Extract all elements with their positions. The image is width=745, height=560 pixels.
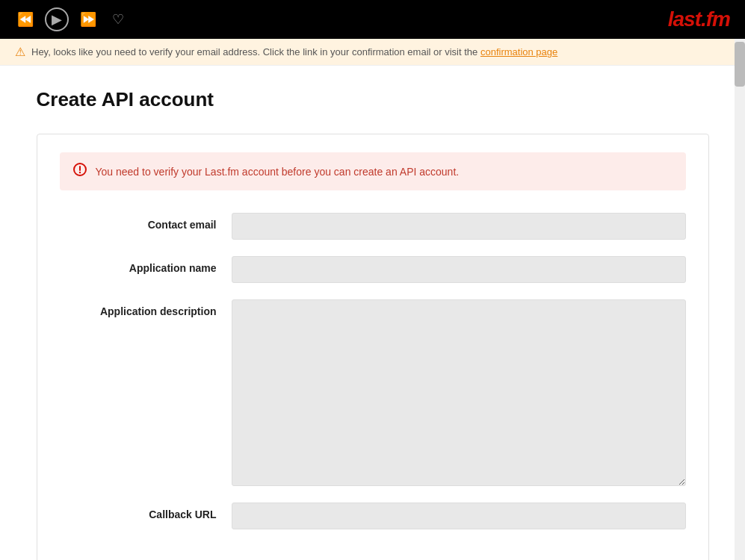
error-banner: You need to verify your Last.fm account …: [60, 152, 686, 190]
notification-bar: ⚠ Hey, looks like you need to verify you…: [0, 39, 745, 66]
application-description-label: Application description: [60, 299, 232, 317]
contact-email-input[interactable]: [232, 213, 686, 240]
callback-url-label: Callback URL: [60, 503, 232, 520]
play-button[interactable]: ▶: [45, 7, 69, 31]
contact-email-label: Contact email: [60, 213, 232, 231]
play-icon: ▶: [52, 11, 62, 28]
notification-text: Hey, looks like you need to verify your …: [31, 46, 557, 57]
error-message: You need to verify your Last.fm account …: [96, 166, 460, 178]
scrollbar[interactable]: [735, 39, 745, 560]
heart-button[interactable]: ♡: [108, 9, 129, 30]
rewind-button[interactable]: ⏪: [15, 9, 36, 30]
heart-icon: ♡: [112, 11, 124, 28]
scrollbar-thumb[interactable]: [735, 42, 745, 87]
application-name-input[interactable]: [232, 256, 686, 283]
contact-email-row: Contact email: [60, 213, 686, 240]
site-logo: last.fm: [668, 7, 730, 31]
rewind-icon: ⏪: [17, 11, 34, 28]
form-card: You need to verify your Last.fm account …: [37, 134, 709, 560]
confirmation-link[interactable]: confirmation page: [480, 46, 557, 57]
warning-icon: ⚠: [15, 45, 25, 59]
application-name-row: Application name: [60, 256, 686, 283]
media-controls: ⏪ ▶ ⏩ ♡: [15, 7, 129, 31]
application-description-input[interactable]: [232, 299, 686, 486]
fast-forward-icon: ⏩: [80, 11, 96, 28]
svg-point-2: [78, 172, 80, 173]
error-icon: [73, 163, 87, 180]
page-title: Create API account: [37, 88, 709, 111]
fast-forward-button[interactable]: ⏩: [78, 9, 99, 30]
callback-url-input[interactable]: [232, 503, 686, 529]
application-description-row: Application description: [60, 299, 686, 486]
topbar: ⏪ ▶ ⏩ ♡ last.fm: [0, 0, 745, 39]
callback-url-row: Callback URL: [60, 503, 686, 529]
main-content: Create API account You need to verify yo…: [22, 66, 724, 560]
application-name-label: Application name: [60, 256, 232, 274]
